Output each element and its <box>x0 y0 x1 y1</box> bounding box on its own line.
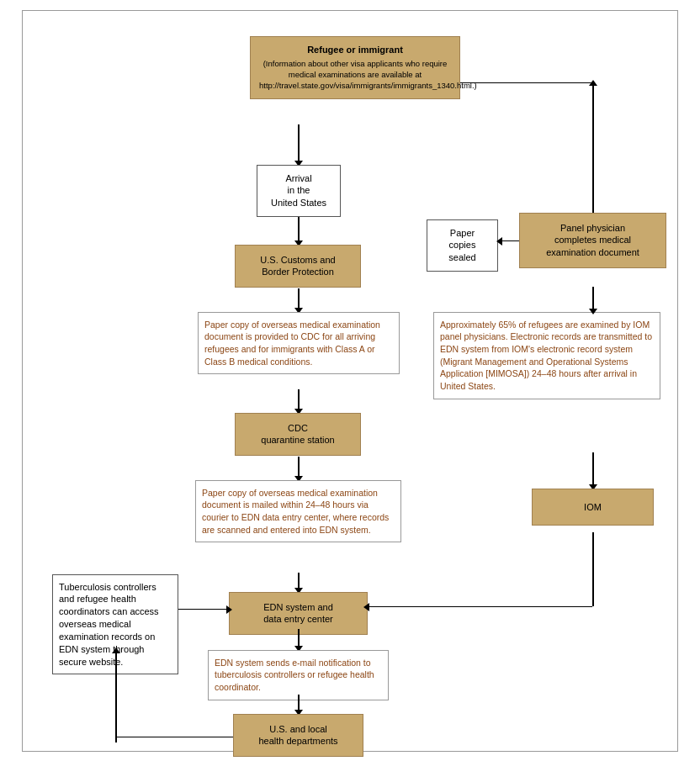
iom-text-box: Approximately 65% of refugees are examin… <box>433 312 660 399</box>
paper-copy2-label: Paper copy of overseas medical examinati… <box>202 488 389 535</box>
arrow-notif-ushealth <box>298 695 300 711</box>
arrow-tb-edn <box>178 609 229 610</box>
arrowhead-tb-edn <box>226 605 232 614</box>
arrowhead-panel-sealed <box>496 237 502 246</box>
flow-wrapper: Refugee or immigrant (Information about … <box>40 28 660 734</box>
cdc-box: CDCquarantine station <box>235 413 361 457</box>
panel-box: Panel physiciancompletes medicalexaminat… <box>519 213 666 269</box>
paper-copy1-label: Paper copy of overseas medical examinati… <box>204 320 380 367</box>
arrow-panel-sealed <box>501 240 519 242</box>
arrow-panel-iomtext <box>592 287 594 310</box>
paper-sealed-box: Papercopiessealed <box>427 219 498 272</box>
iom-label: IOM <box>584 502 602 512</box>
iom-text-label: Approximately 65% of refugees are examin… <box>440 320 652 391</box>
arrow-refugee-arrival <box>298 124 300 162</box>
arrow-iom-edn-v <box>592 532 594 606</box>
arrow-edn-notif <box>298 629 300 647</box>
tb-label: Tuberculosis controllers and refugee hea… <box>59 582 159 667</box>
arrow-cdc-paper2 <box>298 457 300 478</box>
arrow-iomtext-iom <box>592 452 594 486</box>
arrow-arrival-customs <box>298 217 300 242</box>
edn-notif-box: EDN system sends e-mail notification to … <box>208 650 389 700</box>
arrow-iom-edn-h <box>368 606 592 608</box>
arrowhead-left-up <box>112 647 120 653</box>
paper-copy2-box: Paper copy of overseas medical examinati… <box>195 480 401 543</box>
iom-box: IOM <box>532 489 654 526</box>
cdc-label: CDCquarantine station <box>261 423 334 446</box>
arrow-refugee-right-h <box>460 82 592 84</box>
arrow-bottom-h <box>115 737 233 738</box>
arrow-customs-paper1 <box>298 288 300 309</box>
arrival-label: Arrivalin theUnited States <box>271 173 326 209</box>
refugee-box: Refugee or immigrant (Information about … <box>250 36 460 99</box>
arrow-left-v1 <box>115 650 117 743</box>
edn-notif-label: EDN system sends e-mail notification to … <box>215 658 374 692</box>
refugee-sublabel: (Information about other visa applicants… <box>259 59 451 91</box>
arrow-panel-refugee-v <box>592 82 594 213</box>
arrival-box: Arrivalin theUnited States <box>257 165 341 218</box>
edn-label: EDN system anddata entry center <box>263 602 333 625</box>
diagram-container: Refugee or immigrant (Information about … <box>22 10 678 752</box>
panel-label: Panel physiciancompletes medicalexaminat… <box>546 223 639 258</box>
ushealth-label: U.S. and localhealth departments <box>258 724 337 747</box>
arrowhead-iom-edn <box>363 603 369 611</box>
arrowhead-panel-iomtext <box>589 309 597 314</box>
arrow-paper2-edn <box>298 573 300 589</box>
paper-copy1-box: Paper copy of overseas medical examinati… <box>198 312 400 375</box>
refugee-title: Refugee or immigrant <box>307 45 403 55</box>
ushealth-box: U.S. and localhealth departments <box>233 714 363 758</box>
paper-sealed-label: Papercopiessealed <box>448 228 475 263</box>
customs-box: U.S. Customs andBorder Protection <box>235 245 361 288</box>
arrow-paper1-cdc <box>298 389 300 410</box>
customs-label: U.S. Customs andBorder Protection <box>260 255 335 277</box>
